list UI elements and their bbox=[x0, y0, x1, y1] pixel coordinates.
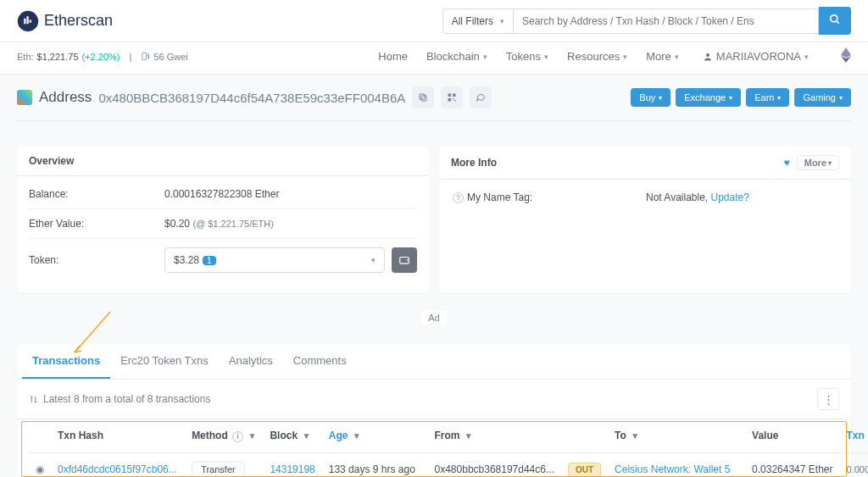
eth-price: Eth: $1,221.75 (+2.20%) | 56 Gwei bbox=[17, 47, 188, 65]
filter-icon[interactable]: ▼ bbox=[465, 431, 473, 441]
svg-rect-6 bbox=[420, 94, 425, 99]
token-count-badge: 1 bbox=[203, 256, 216, 265]
svg-point-1 bbox=[831, 15, 837, 22]
svg-rect-11 bbox=[454, 100, 456, 102]
nametag-label: My Name Tag: bbox=[467, 191, 532, 203]
chevron-down-icon: ▾ bbox=[675, 53, 679, 61]
col-fee[interactable]: Txn Fee bbox=[839, 419, 868, 452]
brand-text: Etherscan bbox=[44, 12, 113, 30]
block-link[interactable]: 14319198 bbox=[270, 463, 314, 475]
svg-rect-8 bbox=[453, 94, 456, 97]
page-address: 0x480BBCB368197D44c6f54A738E59c33eFF004B… bbox=[98, 91, 405, 105]
blockie-icon bbox=[17, 90, 32, 105]
search-input[interactable] bbox=[514, 8, 819, 34]
ad-placeholder: Ad bbox=[421, 311, 446, 324]
col-value: Value bbox=[745, 419, 839, 452]
chevron-down-icon: ▾ bbox=[659, 94, 662, 102]
filter-icon[interactable]: ▼ bbox=[631, 431, 639, 441]
copy-icon bbox=[418, 92, 428, 103]
qr-icon bbox=[447, 92, 457, 103]
svg-point-4 bbox=[706, 53, 709, 57]
nav-more[interactable]: More▾ bbox=[646, 50, 679, 63]
tab-erc20[interactable]: Erc20 Token Txns bbox=[110, 344, 219, 379]
wallet-icon bbox=[398, 254, 410, 266]
from-cell: 0x480bbcb368197d44c6... bbox=[428, 452, 561, 477]
more-dropdown[interactable]: More▾ bbox=[797, 155, 839, 170]
col-to: To ▼ bbox=[608, 419, 745, 452]
svg-rect-9 bbox=[448, 98, 452, 102]
chat-button[interactable] bbox=[470, 86, 492, 108]
user-icon bbox=[703, 52, 713, 62]
table-header-row: Txn Hash Method i ▼ Block ▼ Age ▼ From ▼… bbox=[29, 419, 868, 452]
gaming-button[interactable]: Gaming▾ bbox=[794, 88, 851, 107]
chevron-down-icon: ▾ bbox=[371, 256, 376, 264]
svg-rect-7 bbox=[448, 94, 452, 97]
ether-value-label: Ether Value: bbox=[29, 218, 164, 230]
chevron-down-icon: ▾ bbox=[839, 94, 843, 102]
token-dropdown[interactable]: $3.281 ▾ bbox=[164, 247, 385, 273]
buy-button[interactable]: Buy▾ bbox=[631, 88, 670, 107]
nametag-value: Not Available, bbox=[646, 191, 708, 203]
nav-blockchain[interactable]: Blockchain▾ bbox=[426, 50, 487, 63]
logo[interactable]: Etherscan bbox=[17, 10, 113, 32]
txn-hash-link[interactable]: 0xfd46dcdc0615f97cb06... bbox=[58, 463, 177, 475]
svg-rect-5 bbox=[421, 96, 426, 101]
svg-line-2 bbox=[837, 21, 839, 24]
token-label: Token: bbox=[29, 254, 164, 266]
exchange-button[interactable]: Exchange▾ bbox=[676, 88, 741, 107]
table-row: ◉ 0xfd46dcdc0615f97cb06... Transfer 1431… bbox=[29, 452, 868, 477]
chevron-down-icon: ▾ bbox=[483, 53, 487, 61]
tab-transactions[interactable]: Transactions bbox=[22, 344, 110, 379]
col-from: From ▼ bbox=[428, 419, 561, 452]
col-age[interactable]: Age ▼ bbox=[322, 419, 428, 452]
filter-icon[interactable]: ▼ bbox=[353, 431, 361, 441]
ether-rate: (@ $1,221.75/ETH) bbox=[192, 219, 274, 229]
chevron-down-icon: ▾ bbox=[828, 159, 832, 167]
chevron-down-icon: ▾ bbox=[777, 94, 781, 102]
direction-badge: OUT bbox=[568, 463, 601, 477]
to-link[interactable]: Celsius Network: Wallet 5 bbox=[615, 463, 730, 475]
moreinfo-heading: More Info bbox=[451, 157, 497, 169]
search-icon bbox=[829, 14, 841, 25]
heart-icon[interactable]: ♥ bbox=[784, 157, 790, 169]
nav-tokens[interactable]: Tokens▾ bbox=[506, 50, 548, 63]
earn-button[interactable]: Earn▾ bbox=[746, 88, 789, 107]
copy-button[interactable] bbox=[412, 86, 434, 108]
value-cell: 0.03264347 Ether bbox=[745, 452, 839, 477]
view-details-button[interactable]: ◉ bbox=[36, 463, 44, 475]
overview-heading: Overview bbox=[29, 155, 74, 167]
nametag-update-link[interactable]: Update? bbox=[711, 191, 749, 203]
fee-cell: 0.00047008 bbox=[846, 464, 868, 474]
etherscan-logo-icon bbox=[17, 10, 39, 32]
chevron-down-icon: ▾ bbox=[623, 53, 627, 61]
sort-icon bbox=[29, 395, 38, 404]
transactions-panel: Transactions Erc20 Token Txns Analytics … bbox=[17, 344, 851, 477]
search-button[interactable] bbox=[819, 7, 851, 35]
col-hash: Txn Hash bbox=[51, 419, 185, 452]
filter-icon[interactable]: ▼ bbox=[248, 431, 256, 441]
nav-resources[interactable]: Resources▾ bbox=[567, 50, 627, 63]
qr-button[interactable] bbox=[441, 86, 463, 108]
col-block: Block ▼ bbox=[263, 419, 321, 452]
help-icon: ? bbox=[453, 192, 464, 203]
page-title: Address bbox=[39, 89, 92, 106]
nav-home[interactable]: Home bbox=[378, 50, 408, 63]
search-filter-dropdown[interactable]: All Filters ▾ bbox=[442, 8, 514, 34]
age-cell: 133 days 9 hrs ago bbox=[322, 452, 428, 477]
user-menu[interactable]: MARIIAVORONA▾ bbox=[698, 48, 814, 64]
chevron-down-icon: ▾ bbox=[804, 53, 809, 61]
svg-rect-10 bbox=[453, 98, 454, 100]
col-method: Method i ▼ bbox=[185, 419, 263, 452]
tab-comments[interactable]: Comments bbox=[283, 344, 357, 379]
chat-icon bbox=[476, 92, 486, 103]
transactions-table: Txn Hash Method i ▼ Block ▼ Age ▼ From ▼… bbox=[29, 419, 868, 477]
chevron-down-icon: ▾ bbox=[729, 94, 732, 102]
tab-analytics[interactable]: Analytics bbox=[219, 344, 283, 379]
tx-options-button[interactable]: ⋮ bbox=[817, 388, 839, 410]
filter-icon[interactable]: ▼ bbox=[302, 431, 310, 441]
wallet-button[interactable] bbox=[392, 247, 417, 273]
moreinfo-card: More Info ♥ More▾ ?My Name Tag: Not Avai… bbox=[439, 147, 851, 293]
gas-pump-icon bbox=[141, 52, 150, 61]
eth-network-icon[interactable] bbox=[841, 47, 851, 65]
svg-rect-3 bbox=[142, 53, 147, 59]
